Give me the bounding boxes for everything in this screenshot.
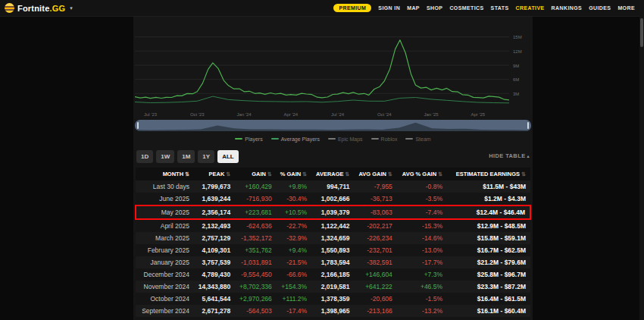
table-row-december-2024[interactable]: December 20244,789,430-9,554,450-66.6%2,…: [136, 268, 530, 281]
nav-item-guides[interactable]: GUIDES: [589, 5, 611, 11]
chevron-down-icon[interactable]: ▾: [70, 5, 73, 11]
column-header-average[interactable]: AVERAGE⇅: [311, 168, 354, 180]
legend-item-epic-maps[interactable]: Epic Maps: [328, 136, 363, 142]
cell-gain: -66.6%: [277, 268, 311, 281]
cell-gain: +2,970,266: [235, 293, 277, 305]
legend-item-players[interactable]: Players: [235, 136, 262, 142]
range-button-1d[interactable]: 1D: [136, 150, 153, 163]
table-row-september-2024[interactable]: September 20242,671,278-564,503-17.4%1,3…: [136, 305, 530, 317]
cell-gain: -17.4%: [277, 305, 311, 317]
table-row-june-2025[interactable]: June 20251,639,244-716,930-30.4%1,002,66…: [136, 193, 530, 205]
cell-peak: 3,757,539: [194, 256, 235, 268]
column-header-month[interactable]: MONTH⇅: [136, 168, 194, 180]
nav-item-premium[interactable]: PREMIUM: [333, 4, 371, 12]
column-header-avg-gain[interactable]: AVG % GAIN⇅: [397, 168, 447, 180]
column-header-label: AVG % GAIN: [402, 171, 436, 177]
column-header-label: GAIN: [252, 171, 266, 177]
nav-item-cosmetics[interactable]: COSMETICS: [449, 5, 483, 11]
browser-scrollbar[interactable]: [639, 0, 644, 320]
table-row-march-2025[interactable]: March 20252,757,129-1,352,172-32.9%1,324…: [136, 232, 530, 244]
table-header-row: MONTH⇅PEAK⇅GAIN⇅% GAIN⇅AVERAGE⇅AVG GAIN⇅…: [136, 168, 530, 180]
column-header-avg-gain[interactable]: AVG GAIN⇅: [354, 168, 396, 180]
cell-avg-gain: -202,217: [354, 219, 396, 232]
range-button-1m[interactable]: 1M: [177, 150, 195, 163]
chart-range-navigator[interactable]: [135, 120, 531, 131]
monthly-stats-table: MONTH⇅PEAK⇅GAIN⇅% GAIN⇅AVERAGE⇅AVG GAIN⇅…: [135, 168, 531, 320]
range-button-1w[interactable]: 1W: [156, 150, 174, 163]
cell-estimated-earnings: $15.8M - $59.1M: [447, 232, 530, 244]
cell-month: June 2025: [136, 193, 194, 205]
cell-average: 2,019,581: [311, 281, 354, 293]
cell-peak: 2,671,278: [194, 305, 235, 317]
cell-month: March 2025: [136, 232, 194, 244]
nav-item-stats[interactable]: STATS: [491, 5, 509, 11]
cell-peak: 14,343,880: [194, 281, 235, 293]
cell-avg-gain: +276,631: [354, 317, 396, 320]
table-row-april-2025[interactable]: April 20252,132,493-624,636-22.7%1,122,4…: [136, 219, 530, 232]
cell-gain: +9.4%: [277, 244, 311, 256]
hide-table-button[interactable]: HIDE TABLE▴: [489, 152, 530, 159]
cell-average: 1,550,893: [311, 244, 354, 256]
table-row-january-2025[interactable]: January 20253,757,539-1,031,891-21.5%1,7…: [136, 256, 530, 268]
cell-gain: +10.5%: [277, 205, 311, 219]
cell-peak: 4,109,301: [194, 244, 235, 256]
column-header-label: ESTIMATED EARNINGS: [456, 171, 520, 177]
nav-item-sign-in[interactable]: SIGN IN: [378, 5, 400, 11]
player-count-chart[interactable]: 15M12M9M6M3MJul '23Oct '23Jan '24Apr '24…: [135, 23, 531, 118]
cell-gain: -9,554,450: [235, 268, 277, 281]
site-title: Fortnite.GG: [17, 4, 65, 13]
legend-label: Roblox: [381, 136, 398, 142]
sort-icon: ⇅: [185, 171, 189, 177]
scrollbar-thumb[interactable]: [640, 18, 643, 47]
nav-item-shop[interactable]: SHOP: [427, 5, 442, 11]
cell-average: 1,324,659: [311, 232, 354, 244]
main-content: 15M12M9M6M3MJul '23Oct '23Jan '24Apr '24…: [133, 17, 533, 320]
table-row-last-30-days[interactable]: Last 30 days1,799,673+160,429+9.8%994,71…: [136, 180, 530, 193]
cell-estimated-earnings: $16.4M - $61.5M: [447, 293, 530, 305]
table-row-october-2024[interactable]: October 20245,641,544+2,970,266+111.2%1,…: [136, 293, 530, 305]
cell-peak: 1,799,673: [194, 180, 235, 193]
cell-avg-gain: -382,591: [354, 256, 396, 268]
logo-accent: .GG: [50, 4, 66, 13]
legend-item-roblox[interactable]: Roblox: [371, 136, 398, 142]
cell-peak: 5,641,544: [194, 293, 235, 305]
nav-item-creative[interactable]: CREATIVE: [516, 5, 545, 11]
column-header-estimated-earnings[interactable]: ESTIMATED EARNINGS⇅: [447, 168, 530, 180]
cell-month: December 2024: [136, 268, 194, 281]
nav-item-more[interactable]: MORE: [617, 5, 635, 11]
cell-average: 1,398,965: [311, 305, 354, 317]
svg-text:Jan '24: Jan '24: [237, 112, 252, 117]
range-button-all[interactable]: ALL: [217, 150, 239, 163]
nav-items: PREMIUMSIGN INMAPSHOPCOSMETICSSTATSCREAT…: [327, 4, 635, 12]
chart-canvas[interactable]: 15M12M9M6M3MJul '23Oct '23Jan '24Apr '24…: [135, 23, 531, 118]
column-header-gain[interactable]: GAIN⇅: [235, 168, 277, 180]
table-row-august-2024[interactable]: August 20243,235,781+352,836+12.2%1,612,…: [136, 317, 530, 320]
range-button-1y[interactable]: 1Y: [198, 150, 214, 163]
legend-label: Epic Maps: [338, 136, 363, 142]
column-header-peak[interactable]: PEAK⇅: [194, 168, 235, 180]
navigator-selection[interactable]: [135, 120, 531, 131]
legend-item-steam[interactable]: Steam: [405, 136, 430, 142]
navigator-handle-right[interactable]: [527, 122, 529, 129]
sort-icon: ⇅: [438, 171, 442, 177]
cell-estimated-earnings: $19.2M - $72M: [447, 317, 530, 320]
cell-avg-gain: -17.7%: [397, 256, 447, 268]
cell-avg-gain: -7,955: [354, 180, 396, 193]
cell-estimated-earnings: $1.2M - $4.3M: [447, 193, 530, 205]
legend-item-average-players[interactable]: Average Players: [271, 136, 320, 142]
cell-gain: +223,681: [235, 205, 277, 219]
table-row-february-2025[interactable]: February 20254,109,301+351,762+9.4%1,550…: [136, 244, 530, 256]
cell-gain: +160,429: [235, 180, 277, 193]
hide-table-label: HIDE TABLE: [489, 152, 525, 159]
cell-avg-gain: +641,222: [354, 281, 396, 293]
cell-peak: 2,132,493: [194, 219, 235, 232]
column-header-gain[interactable]: % GAIN⇅: [277, 168, 311, 180]
nav-item-map[interactable]: MAP: [407, 5, 420, 11]
cell-estimated-earnings: $16.7M - $62.5M: [447, 244, 530, 256]
table-row-may-2025[interactable]: May 20252,356,174+223,681+10.5%1,039,379…: [136, 205, 530, 219]
table-row-november-2024[interactable]: November 202414,343,880+8,702,336+154.3%…: [136, 281, 530, 293]
range-buttons: 1D1W1M1YALL: [136, 148, 242, 163]
nav-item-rankings[interactable]: RANKINGS: [552, 5, 583, 11]
navigator-handle-left[interactable]: [137, 122, 139, 129]
site-logo[interactable]: Fortnite.GG ▾: [5, 3, 73, 13]
